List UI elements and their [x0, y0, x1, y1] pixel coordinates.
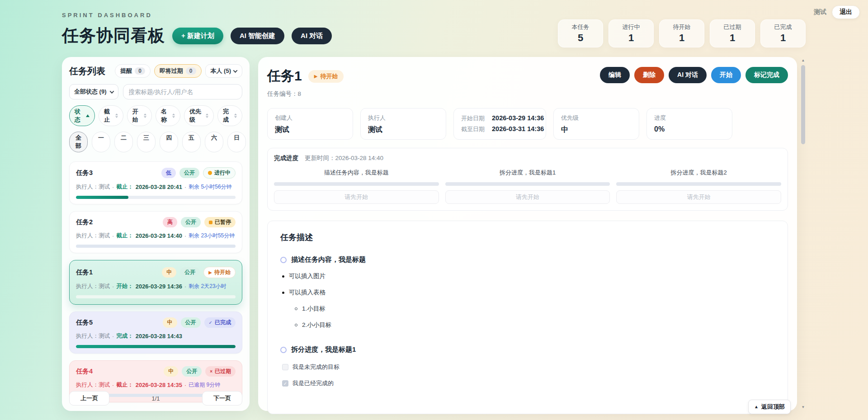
status-dot-icon [208, 171, 212, 175]
progress-card: 进度 0% [646, 108, 732, 140]
next-page-button[interactable]: 下一页 [202, 391, 242, 406]
day-chip-fri[interactable]: 五 [182, 132, 201, 152]
completion-progress-section: 完成进度 更新时间：2026-03-28 14:40 描述任务内容，我是标题 请… [267, 148, 788, 211]
weekday-chips-row: 全部 一 二 三 四 五 六 日 [69, 132, 242, 152]
task-card-1-selected[interactable]: 任务1 中 公开 ▶待开始 执行人：测试· 开始： 2026-03-29 14:… [69, 260, 242, 305]
owner-filter-select[interactable]: 本人 (5) [205, 64, 243, 78]
priority-card: 优先级 中 [553, 108, 639, 140]
dates-card: 开始日期 2026-03-29 14:36 截至日期 2026-03-31 14… [453, 108, 546, 140]
task-info-row: 创建人 测试 执行人 测试 开始日期 2026-03-29 14:36 截至日期… [267, 108, 788, 140]
task-progress-track [76, 196, 236, 199]
sort-chip-complete[interactable]: 完成 [217, 105, 242, 126]
task-card-5[interactable]: 任务5 中 公开 ✓已完成 执行人：测试· 完成： 2026-03-28 14:… [69, 311, 242, 354]
day-chip-sun[interactable]: 日 [227, 132, 246, 152]
task-meta: 执行人：测试· 完成： 2026-03-28 14:43 [76, 332, 236, 340]
visibility-badge: 公开 [182, 366, 202, 377]
description-title-item: 描述任务内容，我是标题 [280, 255, 775, 264]
task-card-3[interactable]: 任务3 低 公开 进行中 执行人：测试· 截止： 2026-03-28 20:4… [69, 161, 242, 204]
description-bullet: 可以插入表格 [280, 288, 775, 297]
sort-chip-deadline[interactable]: 截止 [99, 105, 123, 126]
status-badge: ×已过期 [205, 366, 236, 377]
visibility-badge: 公开 [181, 217, 201, 227]
delete-button[interactable]: 删除 [634, 67, 664, 83]
hollow-bullet-icon [295, 324, 297, 326]
progress-column-2: 拆分进度，我是标题1 请先开始 [445, 169, 610, 204]
day-chip-all[interactable]: 全部 [69, 132, 88, 152]
ring-icon [280, 257, 287, 263]
task-detail-panel: 任务1 ▶ 待开始 编辑 删除 AI 对话 开始 标记完成 任务编号：8 创建人… [258, 57, 797, 411]
task-title: 任务4 [76, 367, 93, 376]
prev-page-button[interactable]: 上一页 [69, 391, 109, 406]
new-plan-button[interactable]: + 新建计划 [172, 28, 223, 44]
description-heading: 任务描述 [280, 232, 775, 243]
description-sub-bullet: 2.小小目标 [280, 321, 775, 329]
remind-filter-pill[interactable]: 提醒 0 [115, 64, 151, 78]
start-first-button[interactable]: 请先开始 [445, 190, 610, 204]
edit-button[interactable]: 编辑 [600, 67, 630, 83]
checkbox-unchecked[interactable] [282, 364, 288, 370]
scroll-thumb[interactable] [801, 65, 805, 144]
status-play-icon: ▶ [314, 74, 318, 79]
task-card-2[interactable]: 任务2 高 公开 已暂停 执行人：测试· 截止： 2026-03-29 14:4… [69, 211, 242, 253]
chevron-down-icon [109, 89, 114, 94]
remaining-time: 剩余 2天23小时 [189, 283, 226, 290]
task-status-badge: ▶ 待开始 [308, 70, 344, 83]
scroll-down-arrow-icon[interactable]: ▼ [800, 405, 806, 410]
task-meta: 执行人：测试· 开始： 2026-03-29 14:36· 剩余 2天23小时 [76, 283, 236, 290]
day-chip-sat[interactable]: 六 [205, 132, 223, 152]
task-detail-title: 任务1 [267, 67, 302, 85]
status-filter-select[interactable]: 全部状态 (9) [69, 84, 118, 99]
remaining-time: 剩余 5小时56分钟 [189, 183, 231, 191]
ai-chat-button[interactable]: AI 对话 [669, 67, 707, 83]
start-first-button[interactable]: 请先开始 [274, 190, 439, 204]
ai-chat-button[interactable]: AI 对话 [292, 28, 332, 44]
checkbox-checked[interactable]: ✓ [282, 380, 288, 387]
task-progress-track [76, 345, 236, 348]
task-list-panel: 任务列表 提醒 0 即将过期 0 本人 (5) 全部状态 (9) 状态 截止 [62, 57, 250, 411]
description-bullet: 可以插入图片 [280, 272, 775, 280]
logout-button[interactable]: 退出 [832, 5, 860, 19]
ai-create-button[interactable]: AI 智能创建 [231, 28, 284, 44]
day-chip-mon[interactable]: 一 [92, 132, 110, 152]
header-title-row: 任务协同看板 + 新建计划 AI 智能创建 AI 对话 [62, 24, 332, 47]
description-checkbox-item: 我是未完成的目标 [280, 363, 775, 371]
sort-chip-priority[interactable]: 优先级 [184, 105, 214, 126]
vertical-scrollbar[interactable]: ▲ ▼ [800, 58, 806, 410]
creator-card: 创建人 测试 [267, 108, 353, 140]
progress-track [445, 182, 610, 186]
page-title: 任务协同看板 [62, 24, 165, 47]
executor-card: 执行人 测试 [360, 108, 446, 140]
task-number: 任务编号：8 [267, 90, 788, 98]
sort-chip-status[interactable]: 状态 [69, 105, 95, 126]
overdue-time: 已逾期 9分钟 [189, 381, 220, 389]
task-meta: 执行人：测试· 截止： 2026-03-28 14:35· 已逾期 9分钟 [76, 381, 236, 389]
back-to-top-button[interactable]: ▲ 返回顶部 [748, 400, 791, 414]
expiring-filter-pill[interactable]: 即将过期 0 [154, 64, 202, 78]
search-input[interactable] [123, 84, 243, 99]
priority-badge: 中 [163, 317, 177, 328]
day-chip-wed[interactable]: 三 [137, 132, 156, 152]
stat-card-pending: 待开始 1 [659, 19, 704, 47]
bullet-icon [282, 275, 284, 278]
sort-arrows-icon [144, 113, 146, 118]
day-chip-thu[interactable]: 四 [160, 132, 178, 152]
pagination: 上一页 1/1 下一页 [69, 391, 242, 406]
mark-complete-button[interactable]: 标记完成 [745, 67, 788, 83]
sort-chip-start[interactable]: 开始 [127, 105, 152, 126]
page-indicator: 1/1 [151, 395, 160, 402]
start-first-button[interactable]: 请先开始 [616, 190, 781, 204]
day-chip-tue[interactable]: 二 [114, 132, 133, 152]
task-meta: 执行人：测试· 截止： 2026-03-29 14:40· 剩余 23小时55分… [76, 232, 236, 240]
sort-chip-name[interactable]: 名称 [156, 105, 180, 126]
task-actions: 编辑 删除 AI 对话 开始 标记完成 [600, 67, 788, 83]
start-button[interactable]: 开始 [711, 67, 741, 83]
stat-card-total: 本任务 5 [558, 19, 603, 47]
hollow-bullet-icon [295, 307, 297, 310]
status-play-icon: ▶ [208, 270, 212, 275]
task-progress-fill [76, 196, 128, 199]
status-pause-icon [209, 221, 212, 224]
scroll-up-arrow-icon[interactable]: ▲ [800, 58, 806, 63]
bullet-icon [282, 292, 284, 294]
up-arrow-icon: ▲ [754, 405, 759, 409]
task-progress-track [76, 295, 236, 298]
